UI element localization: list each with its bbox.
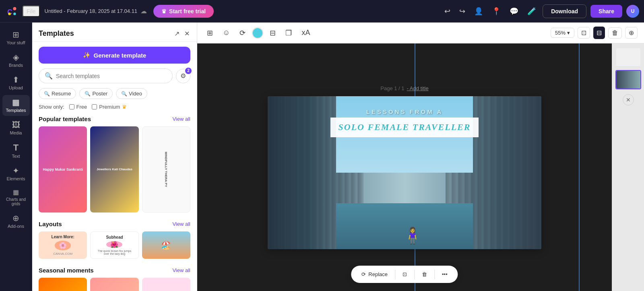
trial-button[interactable]: ♛ Start free trial: [153, 5, 214, 18]
canvas-toolbar: ⊞ ☺ ⟳ ⊟ ❐ xA 55% ▾ ⊡ ⊟ 🗑 ⊕: [197, 23, 644, 43]
page-thumb-2[interactable]: [615, 70, 641, 89]
fit-screen-button[interactable]: ⊟: [593, 27, 605, 39]
layouts-section-title: Layouts: [39, 221, 62, 227]
sidebar-item-your-stuff[interactable]: ⊞ Your stuff: [2, 27, 30, 48]
toolbar-effects-button[interactable]: ☺: [219, 26, 233, 39]
avatar[interactable]: U: [626, 5, 639, 18]
media-icon: 🖼: [12, 121, 20, 129]
sidebar-item-label: Charts and grids: [5, 197, 27, 206]
bottom-toolbar: ⟳ Replace ⊡ 🗑 •••: [351, 266, 458, 283]
layout-thumb-3[interactable]: 🏖️: [142, 231, 190, 259]
toolbar-color-picker[interactable]: [252, 27, 263, 39]
layout-thumb-1[interactable]: Learn More: 🌸 CANVA.COM: [39, 231, 87, 259]
generate-template-button[interactable]: ✨ Generate template: [39, 47, 190, 64]
undo-button[interactable]: ↩: [442, 4, 453, 18]
comment-button[interactable]: 💬: [507, 4, 521, 18]
delete-page-button[interactable]: 🗑: [608, 27, 622, 39]
close-thumbnail-button[interactable]: ✕: [623, 94, 634, 105]
brands-icon: ◈: [13, 53, 19, 61]
document-title: Untitled - February 18, 2025 at 17.04.11: [45, 8, 138, 14]
search-input[interactable]: [56, 73, 167, 79]
free-checkbox[interactable]: [69, 104, 74, 109]
template-thumb-2[interactable]: Jewellers Kali Chaudas: [90, 126, 138, 213]
seasonal-section-title: Seasonal moments: [39, 267, 94, 274]
search-box[interactable]: 🔍: [39, 68, 173, 83]
panel-title: Templates: [39, 29, 74, 38]
search-row: 🔍 ⚙ 2: [39, 68, 190, 83]
download-button[interactable]: Download: [543, 4, 586, 18]
expand-panel-button[interactable]: ↗: [173, 29, 180, 38]
share-button[interactable]: Share: [590, 5, 622, 18]
seasonal-thumb-3[interactable]: ❤️: [142, 278, 190, 291]
delete-button[interactable]: 🗑: [416, 268, 433, 281]
page-label: Page 1 / 1: [380, 85, 404, 91]
sidebar-item-brands[interactable]: ◈ Brands: [2, 50, 30, 71]
free-filter-label[interactable]: Free: [69, 104, 87, 110]
main-title-text: SOLO FEMALE TRAVELLER: [339, 122, 471, 133]
premium-checkbox[interactable]: [92, 104, 97, 109]
filter-resume[interactable]: 🔍 Resume: [39, 88, 76, 99]
sidebar-item-media[interactable]: 🖼 Media: [2, 118, 30, 138]
more-options-button[interactable]: •••: [436, 268, 453, 281]
file-menu[interactable]: File: [23, 6, 40, 17]
premium-filter-label[interactable]: Premium ♛: [92, 104, 127, 110]
sidebar-item-addons[interactable]: ⊕ Add-ons: [2, 211, 30, 232]
add-page-button[interactable]: ⊕: [625, 27, 638, 39]
template-thumb-1[interactable]: Happy Makar Sankranti: [39, 126, 87, 213]
toolbar-frame-button[interactable]: ⊟: [266, 26, 279, 40]
template-thumb-3[interactable]: MINDFULLY THERA PY: [142, 126, 190, 213]
svg-point-4: [8, 12, 10, 15]
logo[interactable]: C: [5, 4, 19, 19]
seasonal-thumb-1[interactable]: Diwali: [39, 278, 87, 291]
templates-icon: ▦: [12, 98, 20, 106]
toolbar-grid-button[interactable]: ⊞: [204, 26, 216, 40]
overlay-text-area: LESSONS FROM A SOLO FEMALE TRAVELLER: [295, 108, 514, 137]
seasonal-thumb-2[interactable]: 🍿 10: [90, 278, 138, 291]
crop-button[interactable]: ⊡: [397, 268, 413, 281]
sidebar-item-templates[interactable]: ▦ Templates: [2, 95, 30, 116]
filter-poster[interactable]: 🔍 Poster: [79, 88, 113, 99]
addons-icon: ⊕: [12, 214, 19, 222]
add-title-link[interactable]: - Add title: [407, 85, 429, 91]
layouts-grid: Learn More: 🌸 CANVA.COM Subhead 🌺 The qu…: [39, 231, 190, 259]
toolbar-right: 55% ▾ ⊡ ⊟ 🗑 ⊕: [551, 27, 638, 39]
canvas-container[interactable]: ↻ Page 1 / 1 - Add title: [197, 43, 612, 291]
toolbar-translate-button[interactable]: xA: [298, 26, 313, 39]
page-thumb-1[interactable]: [615, 47, 641, 67]
seasonal-view-all[interactable]: View all: [172, 267, 190, 273]
sidebar-item-upload[interactable]: ⬆ Upload: [2, 72, 30, 93]
page-view-button[interactable]: ⊡: [578, 27, 590, 39]
person-figure: 🧍‍♀️: [402, 226, 423, 245]
zoom-control[interactable]: 55% ▾: [551, 28, 574, 38]
toolbar-crop-button[interactable]: ⟳: [236, 26, 249, 40]
show-only-label: Show only:: [39, 104, 64, 110]
redo-button[interactable]: ↪: [457, 4, 468, 18]
layouts-view-all[interactable]: View all: [172, 221, 190, 227]
toolbar-divider-3: [434, 270, 435, 279]
people-button[interactable]: 👤: [472, 4, 485, 18]
sidebar-item-elements[interactable]: ✦ Elements: [2, 163, 30, 184]
crop-icon: ⊡: [402, 271, 407, 277]
delete-icon: 🗑: [422, 271, 427, 277]
replace-button[interactable]: ⟳ Replace: [356, 268, 393, 281]
sidebar-item-text[interactable]: T Text: [2, 140, 30, 162]
canvas-and-right: ↻ Page 1 / 1 - Add title: [197, 43, 644, 291]
filter-button[interactable]: ⚙ 2: [176, 69, 190, 83]
search-icon-sm2: 🔍: [85, 91, 91, 97]
charts-icon: ▦: [13, 189, 19, 196]
popular-template-grid: Happy Makar Sankranti Jewellers Kali Cha…: [39, 126, 190, 213]
popular-view-all[interactable]: View all: [172, 116, 190, 122]
close-panel-button[interactable]: ✕: [184, 29, 190, 38]
search-icon-sm: 🔍: [44, 91, 50, 97]
layout-thumb-2[interactable]: Subhead 🌺 The quick brown fox jumps over…: [90, 231, 138, 259]
apps-button[interactable]: 🧪: [525, 4, 539, 18]
toolbar-divider-2: [414, 270, 415, 279]
canvas-page[interactable]: LESSONS FROM A SOLO FEMALE TRAVELLER 🧍‍♀…: [268, 96, 541, 249]
filter-video[interactable]: 🔍 Video: [116, 88, 147, 99]
popular-section-title: Popular templates: [39, 116, 91, 122]
canvas-area: ⊞ ☺ ⟳ ⊟ ❐ xA 55% ▾ ⊡ ⊟ 🗑 ⊕: [197, 23, 644, 291]
sidebar-item-charts[interactable]: ▦ Charts and grids: [2, 186, 30, 209]
pin-button[interactable]: 📍: [489, 4, 503, 18]
search-icon-sm3: 🔍: [121, 91, 127, 97]
toolbar-copy-button[interactable]: ❐: [282, 26, 295, 40]
